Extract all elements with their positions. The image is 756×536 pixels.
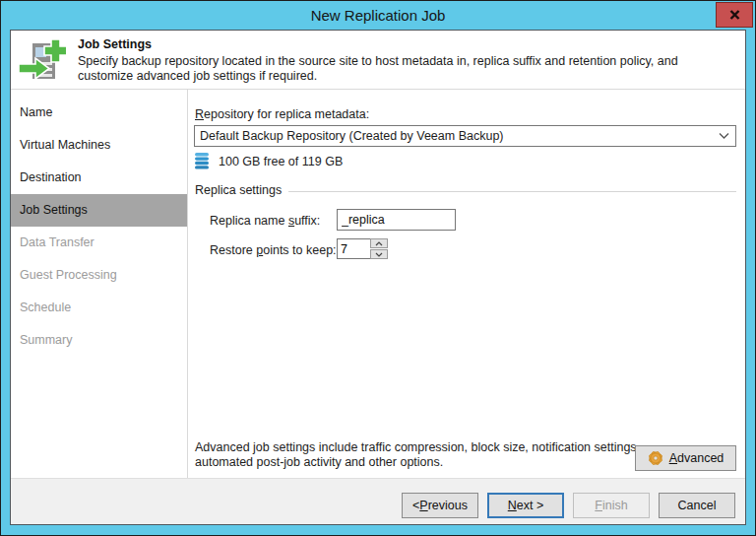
finish-button: Finish (573, 493, 650, 518)
advanced-button-label: Advanced (669, 451, 724, 465)
titlebar: New Replication Job (1, 1, 755, 30)
sidebar-item-virtual-machines[interactable]: Virtual Machines (11, 129, 187, 162)
sidebar-item-schedule: Schedule (11, 292, 187, 324)
sidebar-item-name[interactable]: Name (11, 97, 187, 129)
spinner-up-button[interactable] (370, 238, 388, 248)
wizard-footer: < Previous Next > Finish Cancel (11, 478, 745, 524)
previous-button[interactable]: < Previous (402, 493, 478, 518)
replica-settings-group: Replica settings (195, 183, 736, 197)
new-job-icon (19, 35, 66, 89)
wizard-client-area: Job Settings Specify backup repository l… (10, 30, 746, 525)
sidebar-item-destination[interactable]: Destination (11, 162, 187, 194)
advanced-button[interactable]: Advanced (635, 445, 736, 471)
new-replication-job-window: New Replication Job (0, 0, 756, 536)
wizard-steps-sidebar: Name Virtual Machines Destination Job Se… (11, 90, 188, 478)
sidebar-item-data-transfer: Data Transfer (11, 227, 187, 259)
sidebar-item-summary: Summary (11, 324, 187, 357)
database-icon (195, 153, 209, 169)
wizard-header: Job Settings Specify backup repository l… (11, 31, 745, 90)
group-divider (288, 191, 736, 192)
spinner-up-icon (375, 241, 383, 246)
chevron-down-icon (719, 133, 729, 139)
gear-icon (648, 450, 663, 466)
sidebar-item-job-settings[interactable]: Job Settings (11, 194, 187, 227)
page-description: Specify backup repository located in the… (78, 54, 723, 84)
page-title: Job Settings (78, 37, 723, 51)
close-icon (729, 10, 740, 20)
replica-suffix-input[interactable] (337, 209, 456, 231)
free-space-row: 100 GB free of 119 GB (195, 153, 343, 169)
restore-points-label: Restore points to keep: (210, 243, 337, 258)
repository-selected-value: Default Backup Repository (Created by Ve… (200, 129, 719, 143)
repository-label: Repository for replica metadata: (195, 107, 369, 122)
replica-settings-group-title: Replica settings (195, 183, 282, 197)
cancel-button[interactable]: Cancel (659, 493, 735, 518)
window-title: New Replication Job (311, 7, 446, 24)
spinner-buttons (370, 238, 388, 259)
repository-select[interactable]: Default Backup Repository (Created by Ve… (194, 125, 736, 147)
replica-suffix-label: Replica name suffix: (210, 214, 320, 229)
wizard-body: Name Virtual Machines Destination Job Se… (11, 90, 745, 478)
advanced-settings-note: Advanced job settings include traffic co… (195, 440, 656, 469)
restore-points-input[interactable] (337, 238, 370, 259)
sidebar-item-guest-processing: Guest Processing (11, 259, 187, 292)
free-space-text: 100 GB free of 119 GB (219, 155, 343, 168)
spinner-down-button[interactable] (370, 249, 388, 259)
spinner-down-icon (375, 252, 383, 257)
restore-points-spinner (337, 238, 390, 259)
header-text: Job Settings Specify backup repository l… (78, 35, 723, 89)
close-button[interactable] (716, 2, 753, 28)
next-button[interactable]: Next > (487, 493, 564, 518)
job-settings-panel: Repository for replica metadata: Default… (188, 90, 745, 478)
